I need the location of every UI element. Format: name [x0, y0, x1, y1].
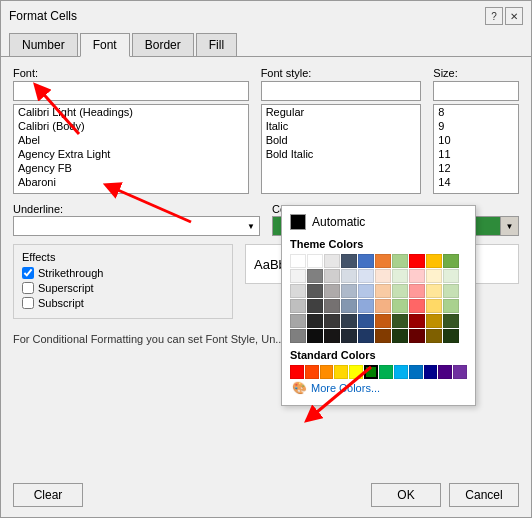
color-cell[interactable]: [443, 314, 459, 328]
color-cell[interactable]: [392, 254, 408, 268]
list-item[interactable]: Italic: [262, 119, 421, 133]
color-cell[interactable]: [409, 329, 425, 343]
color-cell[interactable]: [375, 314, 391, 328]
color-dropdown-button[interactable]: ▼: [501, 216, 519, 236]
color-cell[interactable]: [392, 299, 408, 313]
color-cell[interactable]: [341, 299, 357, 313]
help-button[interactable]: ?: [485, 7, 503, 25]
tab-font[interactable]: Font: [80, 33, 130, 57]
close-button[interactable]: ✕: [505, 7, 523, 25]
color-cell[interactable]: [341, 284, 357, 298]
list-item[interactable]: Agency FB: [14, 161, 248, 175]
color-cell[interactable]: [358, 299, 374, 313]
color-cell[interactable]: [426, 314, 442, 328]
color-cell[interactable]: [426, 284, 442, 298]
list-item[interactable]: Regular: [262, 105, 421, 119]
list-item[interactable]: 8: [434, 105, 518, 119]
color-cell[interactable]: [426, 254, 442, 268]
standard-color-cell[interactable]: [290, 365, 304, 379]
color-cell[interactable]: [358, 329, 374, 343]
style-list[interactable]: Regular Italic Bold Bold Italic: [261, 104, 422, 194]
cancel-button[interactable]: Cancel: [449, 483, 519, 507]
size-list[interactable]: 8 9 10 11 12 14: [433, 104, 519, 194]
standard-color-cell[interactable]: [409, 365, 423, 379]
color-cell[interactable]: [426, 329, 442, 343]
standard-color-cell[interactable]: [394, 365, 408, 379]
color-cell[interactable]: [341, 329, 357, 343]
color-cell[interactable]: [290, 329, 306, 343]
color-cell[interactable]: [443, 269, 459, 283]
color-cell[interactable]: [409, 284, 425, 298]
color-cell[interactable]: [341, 314, 357, 328]
color-cell[interactable]: [290, 269, 306, 283]
color-cell[interactable]: [443, 329, 459, 343]
clear-button[interactable]: Clear: [13, 483, 83, 507]
color-cell[interactable]: [392, 314, 408, 328]
color-cell[interactable]: [341, 269, 357, 283]
color-cell[interactable]: [409, 269, 425, 283]
color-cell[interactable]: [443, 254, 459, 268]
auto-color-row[interactable]: Automatic: [290, 214, 467, 230]
font-list[interactable]: Calibri Light (Headings) Calibri (Body) …: [13, 104, 249, 194]
color-cell[interactable]: [426, 269, 442, 283]
list-item[interactable]: Calibri (Body): [14, 119, 248, 133]
color-cell[interactable]: [409, 314, 425, 328]
strikethrough-checkbox[interactable]: [22, 267, 34, 279]
list-item[interactable]: 12: [434, 161, 518, 175]
color-cell[interactable]: [307, 269, 323, 283]
color-cell[interactable]: [392, 329, 408, 343]
subscript-checkbox[interactable]: [22, 297, 34, 309]
color-cell[interactable]: [290, 284, 306, 298]
color-cell[interactable]: [375, 269, 391, 283]
list-item[interactable]: Abel: [14, 133, 248, 147]
color-cell[interactable]: [358, 284, 374, 298]
color-cell[interactable]: [324, 284, 340, 298]
standard-color-cell[interactable]: [424, 365, 438, 379]
color-cell[interactable]: [358, 269, 374, 283]
color-cell[interactable]: [324, 314, 340, 328]
color-cell[interactable]: [290, 254, 306, 268]
standard-color-cell[interactable]: [320, 365, 334, 379]
color-cell[interactable]: [426, 299, 442, 313]
list-item[interactable]: Calibri Light (Headings): [14, 105, 248, 119]
color-cell[interactable]: [324, 299, 340, 313]
color-cell[interactable]: [307, 314, 323, 328]
standard-color-cell[interactable]: [305, 365, 319, 379]
standard-color-cell[interactable]: [364, 365, 378, 379]
list-item[interactable]: 11: [434, 147, 518, 161]
list-item[interactable]: Bold: [262, 133, 421, 147]
superscript-checkbox[interactable]: [22, 282, 34, 294]
color-cell[interactable]: [443, 299, 459, 313]
ok-button[interactable]: OK: [371, 483, 441, 507]
list-item[interactable]: Agency Extra Light: [14, 147, 248, 161]
color-cell[interactable]: [324, 269, 340, 283]
font-input[interactable]: [13, 81, 249, 101]
standard-color-cell[interactable]: [349, 365, 363, 379]
color-cell[interactable]: [358, 254, 374, 268]
list-item[interactable]: Abaroni: [14, 175, 248, 189]
underline-select[interactable]: ▼: [13, 216, 260, 236]
standard-color-cell[interactable]: [379, 365, 393, 379]
tab-border[interactable]: Border: [132, 33, 194, 56]
color-cell[interactable]: [324, 329, 340, 343]
color-cell[interactable]: [375, 299, 391, 313]
tab-fill[interactable]: Fill: [196, 33, 237, 56]
list-item[interactable]: Bold Italic: [262, 147, 421, 161]
size-input[interactable]: [433, 81, 519, 101]
color-cell[interactable]: [307, 299, 323, 313]
color-cell[interactable]: [409, 254, 425, 268]
color-cell[interactable]: [324, 254, 340, 268]
tab-number[interactable]: Number: [9, 33, 78, 56]
standard-color-cell[interactable]: [453, 365, 467, 379]
style-input[interactable]: [261, 81, 422, 101]
color-cell[interactable]: [341, 254, 357, 268]
list-item[interactable]: 14: [434, 175, 518, 189]
color-cell[interactable]: [307, 254, 323, 268]
color-cell[interactable]: [307, 284, 323, 298]
standard-color-cell[interactable]: [438, 365, 452, 379]
color-cell[interactable]: [443, 284, 459, 298]
color-cell[interactable]: [307, 329, 323, 343]
color-cell[interactable]: [392, 269, 408, 283]
list-item[interactable]: 10: [434, 133, 518, 147]
color-cell[interactable]: [290, 314, 306, 328]
